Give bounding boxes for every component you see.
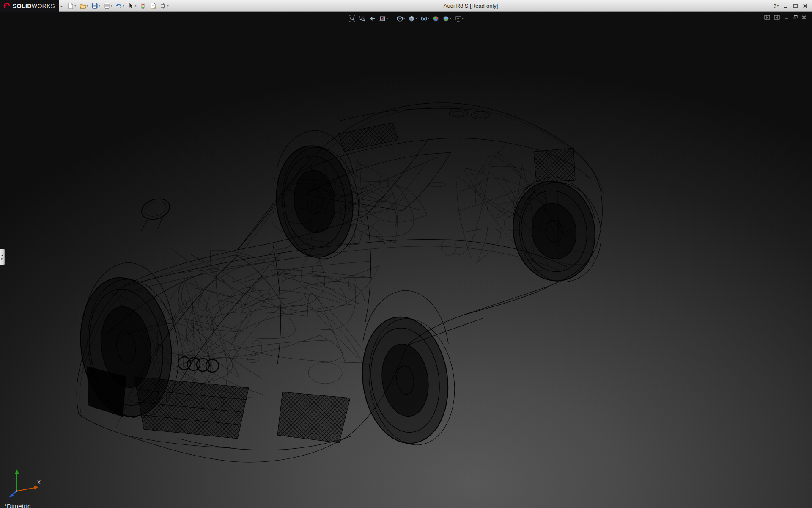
dropdown-caret[interactable]: ▾ <box>135 4 137 8</box>
dropdown-caret[interactable]: ▾ <box>87 4 88 8</box>
body-lines <box>77 103 604 462</box>
save-icon <box>91 3 98 9</box>
apply-scene-button[interactable]: ▾ <box>442 15 453 22</box>
dropdown-caret[interactable]: ▾ <box>403 17 405 20</box>
view-settings-icon <box>455 15 461 22</box>
brand-text: SOLIDWORKS <box>13 3 55 9</box>
file-properties-icon <box>150 3 156 9</box>
print-icon <box>104 3 110 9</box>
dropdown-caret[interactable]: ▾ <box>777 4 779 8</box>
car-wireframe-model <box>0 12 812 508</box>
view-orientation-label: *Dimetric <box>4 502 31 508</box>
file-properties-button[interactable] <box>148 2 158 10</box>
zoom-to-fit-icon <box>348 15 355 22</box>
undo-button[interactable]: ▾ <box>114 2 126 10</box>
close-document-button[interactable] <box>801 15 807 20</box>
print-button[interactable]: ▾ <box>102 2 114 10</box>
view-settings-button[interactable]: ▾ <box>454 15 464 22</box>
orientation-triad: X <box>6 465 48 499</box>
window-controls: ? ▾ <box>772 2 812 10</box>
edit-appearance-button[interactable] <box>432 15 440 22</box>
apply-scene-icon <box>443 15 450 22</box>
zoom-to-area-icon <box>359 15 365 22</box>
minimize-icon <box>783 3 788 8</box>
feature-pane-icon <box>764 15 770 20</box>
close-icon <box>803 3 808 8</box>
close-button[interactable] <box>801 3 809 9</box>
view-orientation-cube-icon <box>396 15 403 22</box>
document-title: Audi R8 S [Read-only] <box>170 3 772 9</box>
heads-up-view-toolbar: ▾ ▾ ▾ ▾ <box>348 15 464 22</box>
previous-view-icon <box>369 15 376 22</box>
minimize-document-button[interactable] <box>784 15 789 20</box>
audi-rings <box>178 357 219 372</box>
dropdown-caret[interactable]: ▾ <box>450 17 452 20</box>
display-pane-icon <box>774 15 780 20</box>
graphics-area[interactable]: ▾ ▾ ▾ ▾ <box>0 12 812 508</box>
dropdown-caret[interactable]: ▾ <box>462 17 464 20</box>
menu-flyout-arrow[interactable]: ▸ <box>59 4 65 8</box>
titlebar: SOLIDWORKS ▸ ▾ ▾ <box>0 0 812 12</box>
maximize-icon <box>793 3 798 8</box>
solidworks-window: SOLIDWORKS ▸ ▾ ▾ <box>0 0 812 508</box>
zoom-to-fit-button[interactable] <box>348 15 356 22</box>
maximize-button[interactable] <box>791 3 800 9</box>
dropdown-caret[interactable]: ▾ <box>386 17 388 20</box>
rebuild-icon <box>140 3 146 9</box>
minimize-button[interactable] <box>782 3 790 9</box>
options-button[interactable]: ▾ <box>159 2 170 10</box>
standard-toolbar: ▾ ▾ ▾ <box>64 2 170 10</box>
zoom-to-area-button[interactable] <box>358 15 366 22</box>
help-glyph: ? <box>774 3 777 9</box>
feature-pane-toggle-button[interactable] <box>764 15 770 20</box>
dropdown-caret[interactable]: ▾ <box>123 4 124 8</box>
display-style-button[interactable]: ▾ <box>407 15 418 22</box>
restore-document-button[interactable] <box>793 15 798 20</box>
dropdown-caret[interactable]: ▾ <box>99 4 100 8</box>
rebuild-button[interactable] <box>138 2 148 10</box>
detail-features <box>87 110 575 443</box>
help-button[interactable]: ? ▾ <box>772 2 780 10</box>
hide-show-items-button[interactable]: ▾ <box>420 15 430 22</box>
dropdown-caret[interactable]: ▾ <box>167 4 169 8</box>
splitter-left-arrow-icon: ◂ <box>1 254 3 257</box>
splitter-right-arrow-icon: ▸ <box>1 257 3 260</box>
solidworks-logo[interactable]: SOLIDWORKS <box>0 0 59 12</box>
close-document-icon <box>801 15 807 20</box>
pane-splitter-handle[interactable]: ◂ ▸ <box>0 249 5 265</box>
dropdown-caret[interactable]: ▾ <box>428 17 429 20</box>
display-pane-toggle-button[interactable] <box>774 15 780 20</box>
open-button[interactable]: ▾ <box>78 2 90 10</box>
interior-wireframe-clutter <box>103 143 595 428</box>
document-window-controls <box>764 15 807 20</box>
new-document-button[interactable]: ▾ <box>66 2 77 10</box>
restore-document-icon <box>793 15 798 20</box>
undo-icon <box>115 3 122 9</box>
view-orientation-button[interactable]: ▾ <box>395 15 406 22</box>
options-gear-icon <box>160 3 167 9</box>
previous-view-button[interactable] <box>368 15 376 22</box>
dropdown-caret[interactable]: ▾ <box>74 4 76 8</box>
minimize-document-icon <box>784 15 789 20</box>
wheels <box>72 141 609 451</box>
hide-show-items-icon <box>420 15 427 22</box>
triad-x-label: X <box>37 480 41 486</box>
display-style-icon <box>408 15 415 22</box>
side-mirror <box>139 196 173 231</box>
select-cursor-icon <box>128 3 134 9</box>
open-folder-icon <box>80 3 86 9</box>
dassault-3ds-icon <box>3 2 10 9</box>
section-view-button[interactable]: ▾ <box>378 15 389 22</box>
dropdown-caret[interactable]: ▾ <box>415 17 417 20</box>
select-button[interactable]: ▾ <box>126 2 138 10</box>
headrests <box>449 110 490 119</box>
save-button[interactable]: ▾ <box>90 2 102 10</box>
dropdown-caret[interactable]: ▾ <box>111 4 112 8</box>
edit-appearance-ball-icon <box>433 15 439 22</box>
new-document-icon <box>67 3 74 9</box>
section-view-icon <box>379 15 386 22</box>
